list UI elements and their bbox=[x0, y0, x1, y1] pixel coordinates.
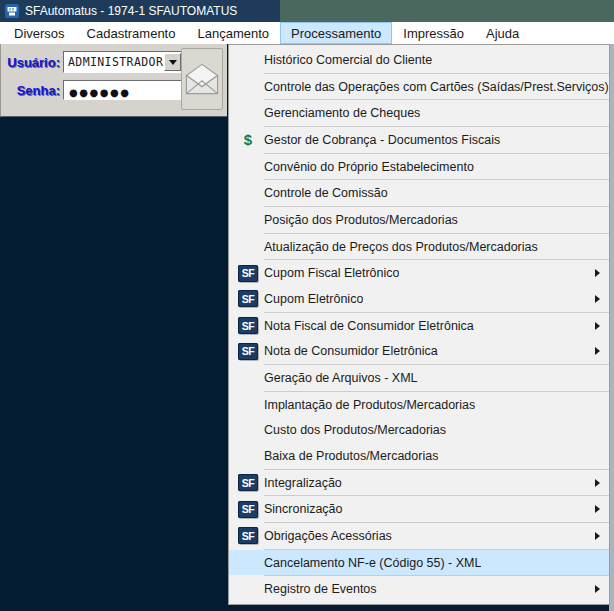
sf-logo-icon: SF bbox=[238, 527, 258, 544]
menu-item-cupom-fiscal-eletronico[interactable]: SFCupom Fiscal Eletrônico bbox=[229, 260, 609, 286]
menu-item-geracao-de-arquivos-xml[interactable]: Geração de Arquivos - XML bbox=[229, 365, 609, 391]
menu-item-baixa-de-produtos-mercadorias[interactable]: Baixa de Produtos/Mercadorias bbox=[229, 443, 609, 469]
sf-logo-icon: SF bbox=[238, 343, 258, 360]
menu-item-custo-dos-produtos-mercadorias[interactable]: Custo dos Produtos/Mercadorias bbox=[229, 417, 609, 443]
menu-item-label: Nota de Consumidor Eletrônica bbox=[264, 344, 438, 358]
menu-item-icon-gutter: SF bbox=[232, 527, 264, 544]
menubar-item-processamento[interactable]: Processamento bbox=[280, 22, 392, 44]
menu-item-label: Implantação de Produtos/Mercadorias bbox=[264, 398, 475, 412]
submenu-arrow-icon bbox=[595, 532, 600, 540]
menu-item-nota-de-consumidor-eletronica[interactable]: SFNota de Consumidor Eletrônica bbox=[229, 338, 609, 364]
password-field[interactable] bbox=[63, 80, 183, 100]
submenu-arrow-icon bbox=[595, 505, 600, 513]
menu-item-label: Convênio do Próprio Estabelecimento bbox=[264, 160, 474, 174]
menu-item-icon-gutter: SF bbox=[232, 290, 264, 307]
menubar-item-ajuda[interactable]: Ajuda bbox=[475, 22, 530, 44]
menu-item-label: Histórico Comercial do Cliente bbox=[264, 53, 432, 67]
chevron-down-icon bbox=[169, 60, 177, 65]
menu-item-gestor-de-cobranca-documentos-fiscais[interactable]: $Gestor de Cobrança - Documentos Fiscais bbox=[229, 127, 609, 153]
menu-item-registro-de-eventos[interactable]: Registro de Eventos bbox=[229, 576, 609, 602]
menu-item-atualizacao-de-precos-dos-produtos-mercadorias[interactable]: Atualização de Preços dos Produtos/Merca… bbox=[229, 234, 609, 260]
menu-item-nota-fiscal-de-consumidor-eletronica[interactable]: SFNota Fiscal de Consumidor Eletrônica bbox=[229, 313, 609, 339]
menu-item-icon-gutter: SF bbox=[232, 265, 264, 282]
menu-item-controle-de-comissao[interactable]: Controle de Comissão bbox=[229, 180, 609, 206]
window-title: SFAutomatus - 1974-1 SFAUTOMATUS bbox=[25, 4, 237, 18]
menu-item-convenio-do-proprio-estabelecimento[interactable]: Convênio do Próprio Estabelecimento bbox=[229, 154, 609, 180]
menu-item-controle-das-operacoes-com-cartoes-saidas-prest-servicos[interactable]: Controle das Operações com Cartões (Saíd… bbox=[229, 74, 609, 100]
submenu-arrow-icon bbox=[595, 269, 600, 277]
submenu-arrow-icon bbox=[595, 479, 600, 487]
menu-item-label: Obrigações Acessórias bbox=[264, 529, 392, 543]
user-label: Usuário: bbox=[1, 55, 63, 70]
sf-logo-icon: SF bbox=[238, 317, 258, 334]
menu-item-label: Controle das Operações com Cartões (Saíd… bbox=[264, 80, 609, 94]
menu-item-icon-gutter: SF bbox=[232, 474, 264, 491]
menu-item-historico-comercial-do-cliente[interactable]: Histórico Comercial do Cliente bbox=[229, 47, 609, 73]
sf-logo-icon: SF bbox=[238, 290, 258, 307]
submenu-arrow-icon bbox=[595, 295, 600, 303]
sf-logo-icon: SF bbox=[238, 265, 258, 282]
submenu-arrow-icon bbox=[595, 322, 600, 330]
submenu-arrow-icon bbox=[595, 585, 600, 593]
dollar-icon: $ bbox=[244, 131, 252, 148]
user-combobox-value: ADMINISTRADOR bbox=[64, 55, 164, 69]
menu-bar: DiversosCadastramentoLançamentoProcessam… bbox=[0, 22, 614, 44]
menu-item-label: Cupom Eletrônico bbox=[264, 292, 363, 306]
menu-item-integralizacao[interactable]: SFIntegralização bbox=[229, 470, 609, 496]
password-label: Senha: bbox=[1, 83, 63, 98]
menu-item-icon-gutter: SF bbox=[232, 501, 264, 518]
menu-item-label: Nota Fiscal de Consumidor Eletrônica bbox=[264, 319, 474, 333]
menu-item-label: Geração de Arquivos - XML bbox=[264, 371, 418, 385]
sf-logo-icon: SF bbox=[238, 474, 258, 491]
menu-item-label: Sincronização bbox=[264, 502, 343, 516]
menubar-item-impressao[interactable]: Impressão bbox=[392, 22, 475, 44]
menu-item-label: Gerenciamento de Cheques bbox=[264, 106, 420, 120]
menu-item-gerenciamento-de-cheques[interactable]: Gerenciamento de Cheques bbox=[229, 100, 609, 126]
menu-item-label: Cupom Fiscal Eletrônico bbox=[264, 266, 399, 280]
menu-item-sincronizacao[interactable]: SFSincronização bbox=[229, 496, 609, 522]
menu-item-posicao-dos-produtos-mercadorias[interactable]: Posição dos Produtos/Mercadorias bbox=[229, 207, 609, 233]
sf-logo-icon: SF bbox=[238, 501, 258, 518]
menu-item-label: Atualização de Preços dos Produtos/Merca… bbox=[264, 240, 538, 254]
menu-item-label: Custo dos Produtos/Mercadorias bbox=[264, 423, 446, 437]
menu-item-implantacao-de-produtos-mercadorias[interactable]: Implantação de Produtos/Mercadorias bbox=[229, 392, 609, 418]
menu-item-label: Posição dos Produtos/Mercadorias bbox=[264, 213, 458, 227]
menu-item-icon-gutter: SF bbox=[232, 317, 264, 334]
menu-item-icon-gutter: SF bbox=[232, 343, 264, 360]
menubar-item-diversos[interactable]: Diversos bbox=[3, 22, 76, 44]
menu-item-label: Registro de Eventos bbox=[264, 582, 377, 596]
menu-item-cupom-eletronico[interactable]: SFCupom Eletrônico bbox=[229, 286, 609, 312]
envelope-icon bbox=[183, 61, 221, 97]
menubar-item-lancamento[interactable]: Lançamento bbox=[186, 22, 280, 44]
menu-item-cancelamento-nf-e-codigo-55-xml[interactable]: Cancelamento NF-e (Código 55) - XML bbox=[229, 550, 609, 576]
menu-item-label: Gestor de Cobrança - Documentos Fiscais bbox=[264, 133, 500, 147]
submenu-arrow-icon bbox=[595, 347, 600, 355]
menubar-item-cadastramento[interactable]: Cadastramento bbox=[76, 22, 187, 44]
processamento-dropdown-menu: Histórico Comercial do ClienteControle d… bbox=[228, 44, 610, 605]
user-combobox-dropdown-button[interactable] bbox=[164, 53, 181, 71]
menu-item-label: Controle de Comissão bbox=[264, 186, 388, 200]
menu-item-label: Baixa de Produtos/Mercadorias bbox=[264, 449, 438, 463]
menu-item-label: Integralização bbox=[264, 476, 342, 490]
user-combobox[interactable]: ADMINISTRADOR bbox=[63, 51, 183, 73]
menu-item-obrigacoes-acessorias[interactable]: SFObrigações Acessórias bbox=[229, 523, 609, 549]
login-panel: Usuário: ADMINISTRADOR Senha: bbox=[0, 44, 227, 117]
app-icon bbox=[5, 4, 19, 18]
menu-item-icon-gutter: $ bbox=[232, 131, 264, 148]
menu-item-label: Cancelamento NF-e (Código 55) - XML bbox=[264, 556, 481, 570]
background-window-area bbox=[280, 0, 614, 24]
mail-button[interactable] bbox=[181, 48, 223, 110]
